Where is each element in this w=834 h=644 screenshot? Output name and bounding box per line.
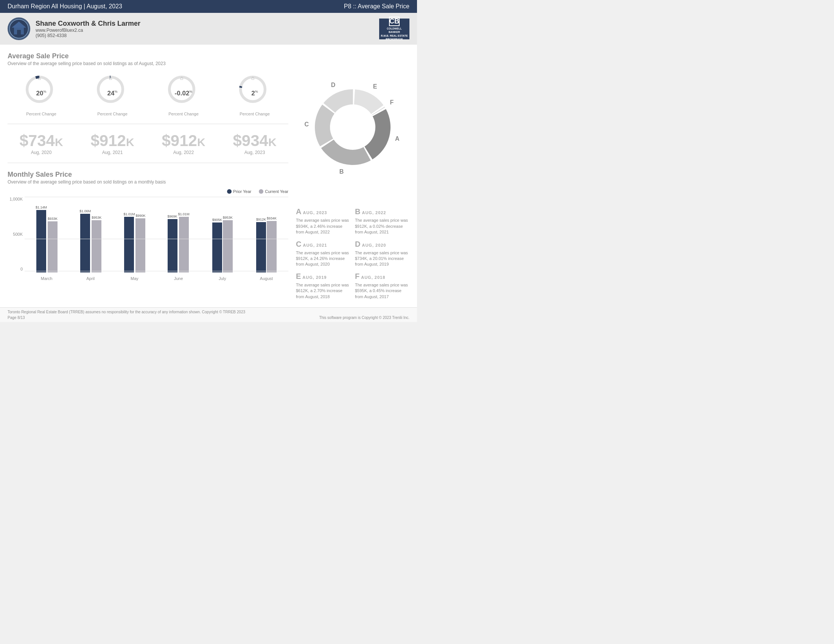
gauge-svg-3: ⌂2%: [236, 72, 273, 110]
chart-legend: Prior Year Current Year: [8, 189, 288, 194]
legend-card-letter-b: B: [355, 207, 360, 216]
monthly-sales-subtitle: Overview of the average selling price ba…: [8, 179, 288, 185]
bar-current-value-4: $953K: [223, 216, 233, 220]
price-value-1: $912K: [79, 132, 146, 150]
bar-prior-value-4: $905K: [212, 218, 222, 222]
legend-card-c: C Aug, 2021 The average sales price was …: [296, 240, 351, 268]
donut-label-f: F: [390, 99, 394, 106]
month-labels-row: MarchAprilMayJuneJulyAugust: [24, 274, 288, 281]
legend-card-text-a: The average sales price was $934K, a 2.4…: [296, 218, 351, 235]
bar-prior-fill-0: [36, 210, 46, 273]
y-label-0: 0: [8, 267, 23, 271]
gauge-item-1: ⌂24%Percent Change: [79, 72, 146, 116]
gridline-bottom: [24, 271, 288, 271]
gauge-value-3: 2%: [251, 89, 258, 97]
legend-card-header-c: C Aug, 2021: [296, 240, 351, 249]
gauge-label-1: Percent Change: [97, 111, 128, 116]
bar-group-2: $1.01M$990K: [112, 204, 156, 273]
footer-bottom: Page 8/13 This software program is Copyr…: [8, 316, 409, 320]
legend-prior-year: Prior Year: [227, 189, 251, 194]
gauge-svg-2: ⌂-0.02%: [165, 72, 202, 110]
price-item-1: $912K Aug, 2021: [79, 132, 146, 155]
legend-card-letter-f: F: [355, 272, 359, 281]
month-label-2: May: [112, 276, 156, 281]
svg-text:⌂: ⌂: [38, 75, 41, 81]
bar-current-value-2: $990K: [136, 214, 145, 218]
legend-card-header-a: A Aug, 2023: [296, 207, 351, 216]
legend-card-letter-e: E: [296, 272, 301, 281]
bar-group-5: $912K$934K: [244, 204, 288, 273]
legend-card-a: A Aug, 2023 The average sales price was …: [296, 207, 351, 235]
donut-label-e: E: [373, 83, 377, 90]
legend-current-year: Current Year: [259, 189, 288, 194]
month-label-5: August: [244, 276, 288, 281]
legend-card-date-a: Aug, 2023: [303, 210, 327, 215]
gauge-svg-1: ⌂24%: [94, 72, 131, 110]
agent-website: www.PowerofBluex2.ca: [36, 27, 141, 33]
bar-chart-container: 1,000K 500K 0 $1.14M$933K$1.06M$953K$1.0…: [8, 197, 288, 281]
bar-current-value-0: $933K: [48, 217, 58, 221]
svg-rect-3: [17, 30, 21, 34]
bar-group-3: $969K$1.01M: [157, 204, 200, 273]
prior-year-dot: [227, 189, 231, 194]
price-item-2: $912K Aug, 2022: [150, 132, 217, 155]
bar-group-1: $1.06M$953K: [68, 204, 112, 273]
gauges-row: ⌂20%Percent Change⌂24%Percent Change⌂-0.…: [8, 72, 288, 124]
bar-current-fill-2: [136, 218, 145, 273]
bar-prior-fill-5: [256, 222, 266, 273]
agent-logo: [8, 18, 30, 40]
agent-info: Shane Coxworth & Chris Larmer www.Powero…: [36, 20, 141, 38]
bar-prior-fill-4: [212, 223, 222, 273]
price-item-0: $734K Aug, 2020: [8, 132, 75, 155]
svg-text:⌂: ⌂: [180, 75, 184, 81]
legend-card-letter-a: A: [296, 207, 301, 216]
current-year-dot: [259, 189, 263, 194]
bar-current-value-3: $1.01M: [178, 212, 189, 216]
month-label-1: April: [68, 276, 112, 281]
price-value-3: $934K: [221, 132, 288, 150]
svg-marker-1: [12, 21, 26, 27]
legend-card-date-b: Aug, 2022: [362, 210, 386, 215]
gridline-top: [24, 197, 288, 197]
donut-svg: ABCDEF: [300, 78, 406, 176]
gauge-item-3: ⌂2%Percent Change: [221, 72, 288, 116]
bar-group-4: $905K$953K: [200, 204, 244, 273]
month-label-4: July: [200, 276, 244, 281]
gauge-value-1: 24%: [107, 89, 118, 97]
bar-current-fill-0: [48, 221, 58, 273]
gauge-label-3: Percent Change: [239, 111, 270, 116]
y-axis: 1,000K 500K 0: [8, 197, 24, 281]
agent-phone: (905) 852-4338: [36, 33, 141, 38]
month-label-0: March: [24, 276, 68, 281]
bars-container: $1.14M$933K$1.06M$953K$1.01M$990K$969K$1…: [24, 197, 288, 273]
legend-card-date-c: Aug, 2021: [303, 243, 327, 247]
bar-prior-value-1: $1.06M: [79, 209, 91, 213]
legend-card-letter-c: C: [296, 240, 301, 249]
legend-card-date-d: Aug, 2020: [362, 243, 386, 247]
copyright-info: This software program is Copyright © 202…: [319, 316, 409, 320]
legend-card-e: E Aug, 2019 The average sales price was …: [296, 272, 351, 300]
gauge-label-2: Percent Change: [168, 111, 199, 116]
price-value-2: $912K: [150, 132, 217, 150]
donut-segment-e: [354, 89, 384, 114]
bar-prior-fill-2: [124, 217, 134, 273]
legend-card-date-f: Aug, 2018: [361, 275, 385, 279]
bar-group-0: $1.14M$933K: [24, 204, 68, 273]
legend-card-text-d: The average sales price was $734K, a 20.…: [355, 250, 409, 268]
bar-prior-value-0: $1.14M: [36, 205, 47, 209]
legend-cards: A Aug, 2023 The average sales price was …: [296, 207, 409, 300]
donut-label-a: A: [395, 136, 399, 142]
top-bar-right: P8 :: Average Sale Price: [344, 3, 409, 10]
header-left: Shane Coxworth & Chris Larmer www.Powero…: [8, 18, 141, 40]
page: Durham Region All Housing | August, 2023…: [0, 0, 417, 322]
bar-current-fill-3: [179, 217, 189, 273]
bar-current-value-5: $934K: [267, 216, 276, 220]
cb-brand-name: COLDWELL BANKER R.M.B. REAL ESTATE BROKE…: [381, 27, 407, 40]
bar-prior-value-5: $912K: [256, 218, 266, 221]
legend-card-text-e: The average sales price was $612K, a 2.7…: [296, 282, 351, 300]
left-panel: Average Sale Price Overview of the avera…: [8, 52, 288, 300]
legend-card-text-f: The average sales price was $595K, a 0.4…: [355, 282, 409, 300]
legend-card-d: D Aug, 2020 The average sales price was …: [355, 240, 409, 268]
price-label-3: Aug, 2023: [221, 150, 288, 155]
gauge-item-2: ⌂-0.02%Percent Change: [150, 72, 217, 116]
